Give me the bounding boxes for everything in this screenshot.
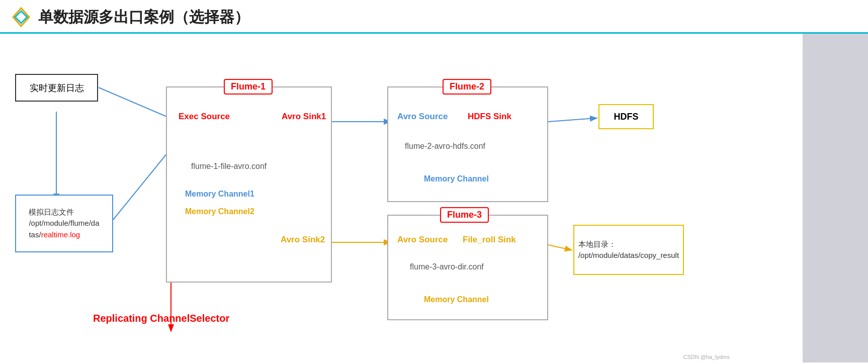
file-line3: tas/ bbox=[29, 230, 41, 239]
header: 单数据源多出口案例（选择器） bbox=[0, 0, 868, 34]
diamond-icon bbox=[10, 6, 32, 28]
local-box: 本地目录： /opt/module/datas/copy_result bbox=[573, 225, 684, 275]
watermark: CSDN @ha_lydms bbox=[683, 354, 730, 360]
flume1-label: Flume-1 bbox=[224, 79, 273, 95]
memory-ch1-label: Memory Channel1 bbox=[185, 190, 254, 199]
svg-line-17 bbox=[548, 245, 571, 250]
hdfs-label: HDFS bbox=[614, 112, 639, 122]
local-line1: 本地目录： bbox=[578, 240, 616, 248]
replicating-label: Replicating ChannelSelector bbox=[93, 313, 229, 324]
flume3-label: Flume-3 bbox=[440, 207, 489, 223]
conf2-label: flume-2-avro-hdfs.conf bbox=[405, 142, 485, 151]
fileroll-sink-label: File_roll Sink bbox=[463, 235, 516, 245]
diagram-area: 实时更新日志 模拟日志文件 /opt/module/flume/da tas/r… bbox=[0, 34, 803, 362]
main-area: 实时更新日志 模拟日志文件 /opt/module/flume/da tas/r… bbox=[0, 34, 868, 362]
avro-sink1-label: Avro Sink1 bbox=[282, 112, 326, 122]
avro-sink2-label: Avro Sink2 bbox=[281, 235, 325, 245]
file-box: 模拟日志文件 /opt/module/flume/da tas/realtime… bbox=[15, 195, 113, 252]
local-line2: /opt/module/datas/copy_result bbox=[578, 251, 679, 259]
local-box-text: 本地目录： /opt/module/datas/copy_result bbox=[575, 236, 682, 264]
conf1-label: flume-1-file-avro.conf bbox=[191, 162, 267, 171]
exec-source-label: Exec Source bbox=[179, 112, 230, 122]
sidebar bbox=[803, 34, 868, 362]
page-title: 单数据源多出口案例（选择器） bbox=[38, 7, 249, 28]
flume2-label: Flume-2 bbox=[443, 79, 491, 95]
hdfs-box: HDFS bbox=[598, 104, 654, 129]
conf3-label: flume-3-avro-dir.conf bbox=[410, 262, 484, 271]
log-box-label: 实时更新日志 bbox=[30, 82, 84, 94]
file-realtime: realtime.log bbox=[41, 230, 80, 239]
hdfs-sink-label: HDFS Sink bbox=[468, 112, 511, 122]
memory-ch-flume3-label: Memory Channel bbox=[424, 295, 489, 304]
memory-ch2-label: Memory Channel2 bbox=[185, 207, 254, 216]
file-line1: 模拟日志文件 bbox=[29, 208, 74, 216]
log-box: 实时更新日志 bbox=[15, 74, 98, 102]
avro-source2-label: Avro Source bbox=[397, 112, 448, 122]
avro-source3-label: Avro Source bbox=[397, 235, 448, 245]
file-box-text: 模拟日志文件 /opt/module/flume/da tas/realtime… bbox=[26, 204, 102, 244]
file-line2: /opt/module/flume/da bbox=[29, 219, 99, 227]
memory-ch-flume2-label: Memory Channel bbox=[424, 174, 489, 184]
svg-line-16 bbox=[548, 118, 596, 122]
